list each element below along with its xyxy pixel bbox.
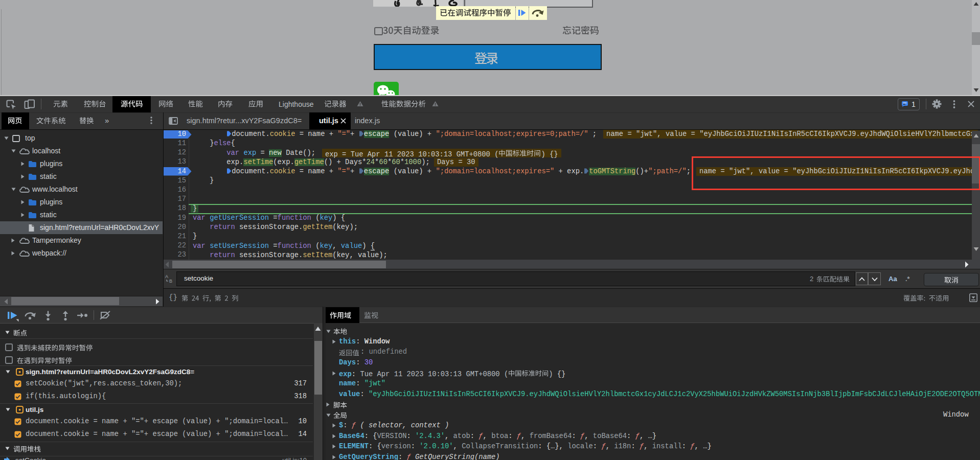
svg-text:A: A: [165, 274, 168, 279]
svg-text:B: B: [169, 279, 172, 283]
